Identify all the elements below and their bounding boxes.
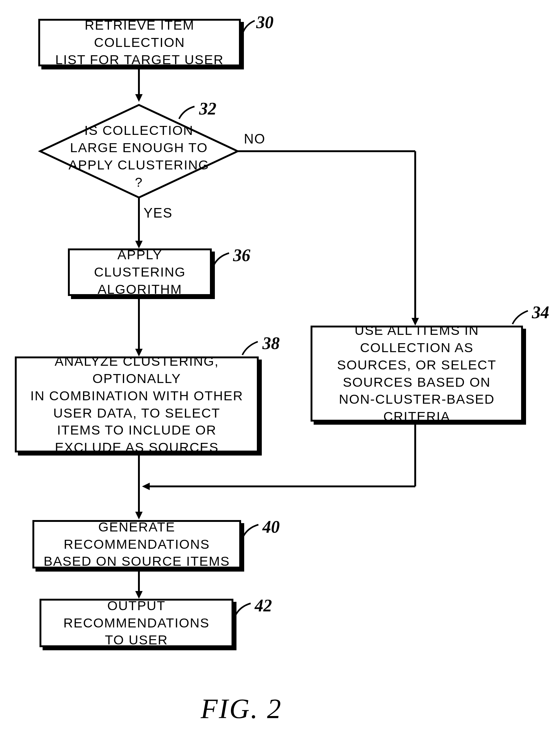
arrow-40-42 xyxy=(133,569,145,600)
arrow-30-32 xyxy=(133,66,145,103)
label-32: 32 xyxy=(199,99,216,119)
leader-34 xyxy=(511,307,533,326)
leader-42 xyxy=(234,600,255,619)
arrow-34-40 xyxy=(133,421,426,499)
svg-marker-14 xyxy=(142,483,150,490)
arrow-32-34 xyxy=(236,148,428,333)
arrow-36-38 xyxy=(133,296,145,358)
label-38: 38 xyxy=(262,333,280,353)
label-40: 40 xyxy=(262,517,280,537)
leader-32 xyxy=(178,103,199,122)
label-30: 30 xyxy=(256,12,274,32)
box-use-all: USE ALL ITEMS IN COLLECTION AS SOURCES, … xyxy=(311,326,523,421)
leader-36 xyxy=(212,250,234,269)
leader-38 xyxy=(241,338,262,357)
box-generate: GENERATE RECOMMENDATIONS BASED ON SOURCE… xyxy=(32,520,241,568)
arrow-32-36 xyxy=(133,198,145,250)
svg-marker-1 xyxy=(135,94,143,102)
diamond-text: IS COLLECTION LARGE ENOUGH TO APPLY CLUS… xyxy=(62,122,216,191)
box-retrieve: RETRIEVE ITEM COLLECTION LIST FOR TARGET… xyxy=(38,19,241,66)
edge-yes: YES xyxy=(144,205,173,221)
leader-40 xyxy=(241,521,263,540)
figure-caption: FIG. 2 xyxy=(201,693,282,725)
box-output: OUTPUT RECOMMENDATIONS TO USER xyxy=(40,599,233,647)
label-36: 36 xyxy=(233,245,250,265)
edge-no: NO xyxy=(244,131,265,147)
box-apply-clustering: APPLY CLUSTERING ALGORITHM xyxy=(68,249,212,296)
label-34: 34 xyxy=(532,303,549,322)
label-42: 42 xyxy=(255,596,272,615)
